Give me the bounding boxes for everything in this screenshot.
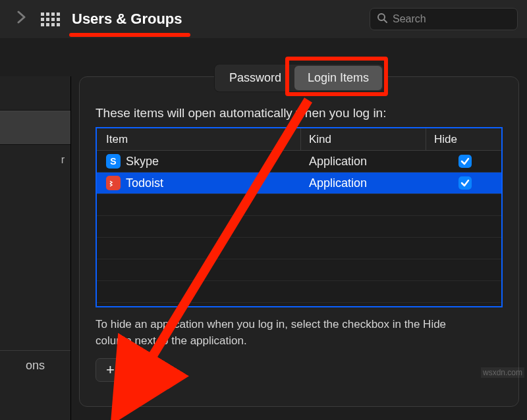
login-items-table: Item Kind Hide S Skype Application Todoi… — [96, 127, 503, 307]
search-field[interactable] — [370, 8, 518, 30]
annotation-underline — [69, 33, 190, 37]
apps-grid-icon[interactable] — [41, 13, 60, 26]
add-button[interactable]: + — [96, 359, 125, 381]
sidebar: r ons — [0, 76, 71, 420]
login-items-description: These items will open automatically when… — [96, 106, 503, 120]
svg-line-1 — [384, 20, 387, 22]
table-row-empty — [97, 194, 501, 216]
column-kind[interactable]: Kind — [301, 128, 426, 150]
column-item[interactable]: Item — [97, 128, 301, 150]
hide-checkbox[interactable] — [458, 155, 472, 168]
item-name: Todoist — [126, 176, 304, 190]
table-row-empty — [97, 281, 501, 303]
back-icon[interactable] — [14, 11, 29, 28]
main-panel: Password Login Items These items will op… — [79, 76, 519, 407]
tab-password[interactable]: Password — [216, 66, 294, 90]
tab-login-items[interactable]: Login Items — [294, 66, 382, 90]
table-row[interactable]: Todoist Application — [97, 172, 501, 194]
add-remove-buttons: + − — [96, 358, 155, 382]
item-kind: Application — [304, 155, 429, 169]
sidebar-row-selected[interactable] — [0, 111, 70, 145]
table-row-empty — [97, 259, 501, 281]
watermark: wsxdn.com — [481, 367, 524, 378]
search-icon — [377, 13, 387, 26]
sidebar-row[interactable] — [0, 76, 70, 111]
table-row[interactable]: S Skype Application — [97, 151, 501, 172]
page-title: Users & Groups — [72, 11, 182, 28]
hide-checkbox[interactable] — [458, 176, 472, 190]
table-row-empty — [97, 238, 501, 259]
table-row-empty — [97, 216, 501, 238]
sidebar-bottom-item[interactable]: ons — [0, 350, 70, 381]
item-name: Skype — [126, 155, 304, 169]
tab-bar: Password Login Items — [214, 64, 384, 92]
hint-text: To hide an application when you log in, … — [96, 317, 464, 349]
item-kind: Application — [304, 176, 429, 190]
remove-button[interactable]: − — [125, 359, 154, 381]
search-input[interactable] — [393, 13, 524, 25]
toolbar: Users & Groups — [0, 0, 527, 38]
todoist-icon — [106, 176, 121, 190]
table-header: Item Kind Hide — [97, 128, 501, 151]
sidebar-row[interactable]: r — [0, 145, 70, 179]
skype-icon: S — [106, 154, 121, 169]
column-hide[interactable]: Hide — [426, 133, 501, 146]
